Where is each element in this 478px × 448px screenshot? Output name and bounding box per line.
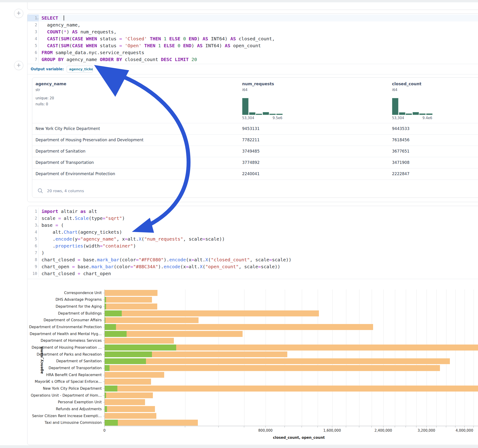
x-axis-tick [185, 426, 185, 428]
add-cell-button-top[interactable]: + [14, 9, 23, 18]
chart-gridline [455, 289, 456, 426]
page-top-strip [0, 0, 478, 2]
line-number: 7 [27, 249, 38, 256]
sql-line[interactable]: 4 CAST(SUM(CASE WHEN status = 'Closed' T… [27, 35, 478, 42]
python-line[interactable]: 9chart_open = base.mark_bar(color="#8BC3… [27, 263, 478, 270]
python-line[interactable]: 1import altair as alt [27, 208, 478, 215]
y-axis-tick [103, 375, 104, 375]
code-text: CAST(SUM(CASE WHEN status = 'Closed' THE… [38, 35, 478, 42]
python-line[interactable]: 10chart_closed + chart_open [27, 270, 478, 277]
x-axis-tick-label: 0 [103, 428, 106, 433]
table-row[interactable]: Department of Housing Preservation and D… [32, 134, 478, 146]
table-cell: Department of Environmental Protection [36, 168, 115, 180]
result-table[interactable]: agency_namestrunique: 20nulls: 0num_requ… [32, 77, 478, 198]
sql-code-editor[interactable]: 1⌄SELECT 2 agency_name,3 COUNT(*) AS num… [27, 14, 478, 64]
add-cell-button-output[interactable]: + [14, 61, 23, 70]
y-axis-tick [103, 293, 104, 293]
column-header-agency_name[interactable]: agency_name [36, 81, 66, 86]
sql-line[interactable]: 2 agency_name, [27, 21, 478, 28]
x-axis-tick [406, 426, 406, 428]
line-number: 5 [27, 236, 38, 243]
chart-gridline [285, 289, 285, 426]
x-axis-tick [359, 426, 359, 428]
x-axis-tick [104, 426, 105, 428]
line-number: 9 [27, 263, 38, 270]
python-line[interactable]: 4 alt.Chart(agency_tickets) [27, 229, 478, 236]
python-line[interactable]: 2scale = alt.Scale(type="sqrt") [27, 215, 478, 222]
open-count-bar [105, 317, 105, 323]
table-cell: 3471908 [392, 157, 409, 168]
y-axis-tick [103, 382, 104, 382]
code-text: scale = alt.Scale(type="sqrt") [38, 215, 478, 222]
line-number: 7 [27, 56, 38, 63]
fold-chevron-down-icon[interactable]: ⌄ [37, 15, 39, 22]
search-icon[interactable] [37, 188, 43, 194]
open-count-bar [105, 304, 106, 310]
column-header-num_requests[interactable]: num_requests [242, 81, 274, 86]
y-axis-tick [103, 416, 104, 416]
line-number: 6 [27, 49, 38, 56]
chart-gridline [332, 289, 333, 426]
chart-gridline [474, 289, 474, 426]
x-axis-tick-label: 800,000 [258, 428, 273, 433]
chart-gridline [219, 289, 219, 426]
text-cursor [64, 15, 64, 20]
line-number: 6 [27, 243, 38, 249]
sql-line[interactable]: 6FROM sample_data.nyc.service_requests [27, 49, 478, 56]
column-header-closed_count[interactable]: closed_count [392, 81, 421, 86]
chart-plot-area [104, 289, 478, 426]
sql-line[interactable]: 3 COUNT(*) AS num_requests, [27, 28, 478, 35]
table-row[interactable]: New York City Police Department945313194… [32, 123, 478, 135]
chart-gridline [384, 289, 384, 426]
y-axis-tick [103, 368, 104, 368]
y-axis-tick [103, 313, 104, 314]
table-row[interactable]: Department of Sanitation37494853677651 [32, 146, 478, 157]
x-axis-tick-label: 4,000,000 [456, 428, 473, 433]
table-cell: 2240041 [242, 168, 260, 180]
sql-line[interactable]: 1⌄SELECT [27, 14, 478, 21]
table-cell: 2222847 [392, 168, 409, 180]
y-axis-tick [103, 402, 104, 402]
sql-line[interactable]: 7GROUP BY agency_name ORDER BY closed_co… [27, 56, 478, 63]
chart-gridline [318, 289, 318, 426]
y-axis-label: New York City Police Department [27, 386, 102, 391]
python-line[interactable]: 6 .properties(width="container") [27, 243, 478, 249]
table-cell: New York City Police Department [36, 123, 100, 134]
y-axis-tick [103, 334, 104, 334]
open-count-bar [105, 311, 122, 316]
table-row[interactable]: Department of Environmental Protection22… [32, 168, 478, 180]
line-number: 4 [27, 229, 38, 236]
chart-gridline [359, 289, 359, 426]
chart-gridline [446, 289, 447, 426]
code-text: agency_name, [38, 21, 478, 28]
histogram-max-label: 9.5e6 [273, 116, 283, 120]
output-variable-input[interactable]: agency_tickets [67, 66, 93, 73]
closed-count-bar [105, 386, 478, 392]
table-row-count: 20 rows, 4 columns [47, 189, 84, 193]
sql-line[interactable]: 5 CAST(SUM(CASE WHEN status = 'Open' THE… [27, 42, 478, 49]
fold-chevron-down-icon[interactable]: ⌄ [37, 222, 39, 229]
python-line[interactable]: 5 .encode(y="agency_name", x=alt.X("num_… [27, 236, 478, 243]
y-axis-label: Department of Sanitation [27, 359, 102, 363]
y-axis-tick [103, 327, 104, 327]
x-axis-tick [265, 426, 266, 428]
line-number: 1 [27, 208, 38, 215]
python-line[interactable]: 7) [27, 249, 478, 256]
y-axis-label: Department for the Aging [27, 305, 102, 309]
altair-chart-output: Correspondence UnitDHS Advantage Program… [27, 279, 478, 445]
table-cell: Department of Housing Preservation and D… [36, 134, 143, 146]
y-axis-label: Correspondence Unit [27, 291, 102, 295]
line-number: 3⌄ [27, 222, 38, 229]
closed-count-bar [105, 297, 152, 303]
python-line[interactable]: 8chart_closed = base.mark_bar(color="#FF… [27, 256, 478, 263]
python-code-editor[interactable]: 1import altair as alt2scale = alt.Scale(… [27, 206, 478, 279]
table-row[interactable]: Department of Transportation377489234719… [32, 157, 478, 168]
x-axis-tick [416, 426, 416, 428]
chart-gridline [465, 289, 465, 426]
python-line[interactable]: 3⌄base = ( [27, 222, 478, 229]
line-number: 2 [27, 21, 38, 28]
chart-gridline [416, 289, 417, 426]
y-axis-label: Personal Exemption Unit [27, 400, 102, 404]
table-cell: 7618456 [392, 134, 409, 146]
y-axis-label: Senior Citizen Rent Increase Exempti… [27, 414, 102, 418]
